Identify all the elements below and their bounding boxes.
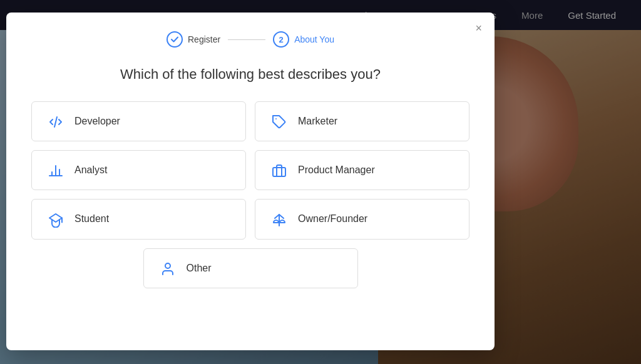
step-1-circle — [167, 31, 183, 48]
option-developer[interactable]: Developer — [31, 101, 246, 141]
graduation-icon — [47, 211, 64, 227]
option-other[interactable]: Other — [143, 248, 358, 288]
other-label: Other — [187, 263, 212, 274]
product-manager-label: Product Manager — [298, 164, 375, 176]
step-1-label: Register — [188, 34, 220, 44]
step-2-label: About You — [294, 34, 334, 44]
step-2: 2 About You — [273, 31, 334, 48]
options-grid: Developer Marketer — [31, 101, 469, 240]
option-product-manager[interactable]: Product Manager — [255, 150, 469, 190]
tag-icon — [270, 113, 288, 129]
chart-icon — [47, 162, 64, 178]
option-analyst[interactable]: Analyst — [31, 150, 246, 190]
step-1: Register — [167, 31, 220, 48]
other-row: Other — [31, 248, 469, 288]
stepper: Register 2 About You — [31, 31, 469, 48]
scales-icon — [270, 211, 288, 227]
marketer-label: Marketer — [298, 116, 337, 127]
question-text: Which of the following best describes yo… — [31, 66, 469, 83]
modal-overlay: × Register 2 About You Which of the foll… — [0, 0, 641, 364]
student-label: Student — [74, 213, 109, 225]
analyst-label: Analyst — [74, 164, 107, 176]
option-student[interactable]: Student — [31, 199, 246, 239]
modal: × Register 2 About You Which of the foll… — [6, 13, 495, 350]
briefcase-icon — [270, 162, 288, 178]
option-owner-founder[interactable]: Owner/Founder — [255, 199, 469, 239]
svg-line-0 — [54, 117, 57, 127]
person-icon — [159, 260, 177, 276]
close-button[interactable]: × — [475, 23, 482, 34]
svg-point-9 — [165, 263, 170, 268]
option-marketer[interactable]: Marketer — [255, 101, 469, 141]
svg-rect-6 — [273, 168, 285, 176]
step-connector — [228, 39, 265, 40]
developer-label: Developer — [74, 116, 120, 127]
step-2-circle: 2 — [273, 31, 289, 48]
owner-founder-label: Owner/Founder — [298, 213, 367, 225]
code-icon — [47, 113, 64, 129]
